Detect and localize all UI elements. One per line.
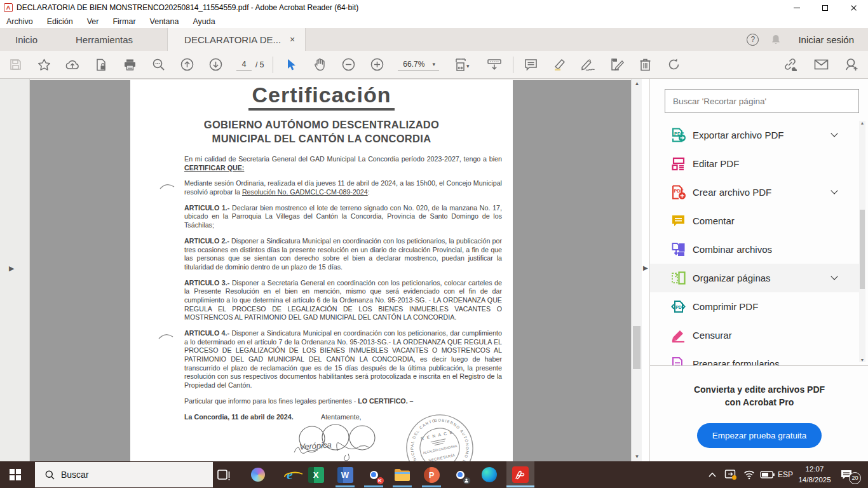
help-icon[interactable]: ?: [747, 34, 759, 46]
share-link-icon[interactable]: [783, 57, 798, 72]
tab-herramientas[interactable]: Herramientas: [60, 28, 148, 51]
save-button[interactable]: [8, 57, 23, 72]
collapse-tools-panel-icon[interactable]: ▶: [643, 264, 648, 271]
previous-page-icon[interactable]: [179, 57, 194, 72]
taskbar-search[interactable]: [35, 462, 213, 487]
menu-ayuda[interactable]: Ayuda: [193, 17, 215, 26]
chevron-down-icon[interactable]: [831, 130, 837, 137]
page-number-input[interactable]: [236, 58, 252, 71]
menu-firmar[interactable]: Firmar: [112, 17, 135, 26]
scrolling-mode-icon[interactable]: [487, 57, 502, 72]
tool-prepare-forms[interactable]: Preparar formularios: [650, 349, 860, 365]
task-view-button[interactable]: [210, 461, 238, 488]
menu-edicion[interactable]: Edición: [47, 17, 73, 26]
hand-tool-icon[interactable]: [312, 57, 327, 72]
close-icon: [850, 4, 857, 11]
tool-redact[interactable]: Censurar: [650, 321, 860, 349]
tray-battery-button[interactable]: [757, 461, 776, 488]
chrome-k-profile-button[interactable]: K: [360, 461, 388, 488]
window-title: DECLARATORIA DE BIEN MONSTRENCO20250814_…: [17, 3, 358, 12]
tray-expand-button[interactable]: [704, 461, 721, 488]
tray-wifi-button[interactable]: [741, 461, 757, 488]
chrome-account-badge: [463, 477, 471, 485]
doc-salutation: Atentamente,: [321, 413, 362, 421]
notification-center-button[interactable]: 20: [840, 461, 861, 488]
fill-sign-icon[interactable]: [609, 57, 625, 72]
tools-search-input[interactable]: [665, 89, 859, 113]
menu-ver[interactable]: Ver: [87, 17, 99, 26]
start-free-trial-button[interactable]: Empezar prueba gratuita: [697, 423, 822, 448]
delete-pages-icon[interactable]: [638, 57, 653, 72]
tool-organize-pages[interactable]: Organizar páginas: [650, 264, 860, 292]
zoom-out-icon[interactable]: [341, 57, 356, 72]
tab-inicio[interactable]: Inicio: [0, 28, 53, 51]
print-icon[interactable]: [122, 57, 137, 72]
comment-icon[interactable]: [524, 57, 539, 72]
doc-body: En mi calidad de Secretaria General del …: [184, 155, 502, 428]
find-icon[interactable]: [151, 57, 166, 72]
tray-clock[interactable]: 12:07 14/8/2025: [792, 461, 837, 488]
task-view-icon: [217, 468, 231, 481]
favorite-star-icon[interactable]: [36, 57, 51, 72]
tab-bar: Inicio Herramientas DECLARATORIA DE... ×…: [0, 28, 868, 51]
powerpoint-button[interactable]: P: [417, 461, 445, 488]
start-button[interactable]: [0, 461, 31, 488]
page-fit-dropdown-icon[interactable]: ▾: [452, 57, 473, 72]
document-viewport[interactable]: Certificación GOBIERNO AUTÓNOMO DESCENTR…: [30, 79, 631, 461]
cloud-upload-icon[interactable]: [65, 57, 80, 72]
tool-edit-pdf[interactable]: Editar PDF: [650, 149, 860, 178]
scroll-up-arrow[interactable]: ▲: [632, 81, 642, 86]
tab-close-icon[interactable]: ×: [290, 34, 295, 44]
select-tool-icon[interactable]: [283, 57, 299, 72]
zoom-in-icon[interactable]: [369, 57, 384, 72]
menu-ventana[interactable]: Ventana: [150, 17, 179, 26]
internet-explorer-button[interactable]: e: [276, 461, 304, 488]
close-button[interactable]: [839, 0, 868, 15]
document-scrollbar[interactable]: ▲ ▼: [631, 79, 642, 461]
notifications-bell-icon[interactable]: [770, 34, 782, 46]
acrobat-reader-button[interactable]: [506, 461, 534, 488]
copilot-icon: [251, 468, 265, 482]
minimize-button[interactable]: [782, 0, 811, 15]
highlight-icon[interactable]: [552, 57, 567, 72]
tab-document[interactable]: DECLARATORIA DE... ×: [167, 28, 306, 51]
sidebar-scrollbar[interactable]: ▲ ▼: [859, 121, 865, 362]
word-button[interactable]: W: [331, 461, 359, 488]
sign-icon[interactable]: [581, 57, 596, 72]
next-page-icon[interactable]: [208, 57, 223, 72]
add-people-icon[interactable]: [844, 57, 859, 72]
chevron-down-icon[interactable]: [831, 273, 837, 280]
search-icon: [45, 470, 55, 480]
scrollbar-thumb[interactable]: [633, 326, 641, 369]
rotate-pages-icon[interactable]: [667, 57, 682, 72]
copilot-button[interactable]: [244, 461, 272, 488]
tool-combine-files[interactable]: Combinar archivos: [650, 235, 860, 264]
sidebar-scrollbar-thumb[interactable]: [860, 210, 865, 289]
menu-archivo[interactable]: Archivo: [6, 17, 33, 26]
tool-label: Censurar: [693, 330, 732, 341]
chrome-icon: [452, 467, 468, 483]
taskbar-search-input[interactable]: [61, 470, 188, 480]
expand-left-panel-icon[interactable]: ▶: [9, 264, 14, 273]
tool-export-pdf[interactable]: PDF Exportar archivo PDF: [650, 121, 860, 149]
taskbar: e X W K P: [0, 461, 868, 488]
sidebar-scroll-down[interactable]: ▼: [859, 358, 865, 362]
sign-in-button[interactable]: Iniciar sesión: [798, 34, 854, 45]
chrome-second-profile-button[interactable]: [446, 461, 474, 488]
tool-comment[interactable]: Comentar: [650, 207, 860, 235]
doc-paragraph: Mediante sesión Ordinaria, realizada el …: [184, 179, 502, 196]
zoom-level-dropdown[interactable]: 66.7% ▾: [398, 58, 439, 71]
chevron-up-icon: [709, 472, 716, 477]
file-explorer-button[interactable]: [388, 461, 416, 488]
edge-button[interactable]: [475, 461, 503, 488]
tray-device-button[interactable]: [722, 461, 740, 488]
excel-button[interactable]: X: [302, 461, 330, 488]
sidebar-scroll-up[interactable]: ▲: [859, 121, 865, 125]
tool-compress-pdf[interactable]: PDF Comprimir PDF: [650, 292, 860, 321]
protected-file-icon[interactable]: [93, 57, 109, 72]
tool-create-pdf[interactable]: PDF Crear archivo PDF: [650, 178, 860, 207]
scroll-down-arrow[interactable]: ▼: [632, 454, 642, 459]
maximize-button[interactable]: [811, 0, 839, 15]
chevron-down-icon[interactable]: [831, 187, 837, 194]
email-icon[interactable]: [813, 57, 829, 72]
